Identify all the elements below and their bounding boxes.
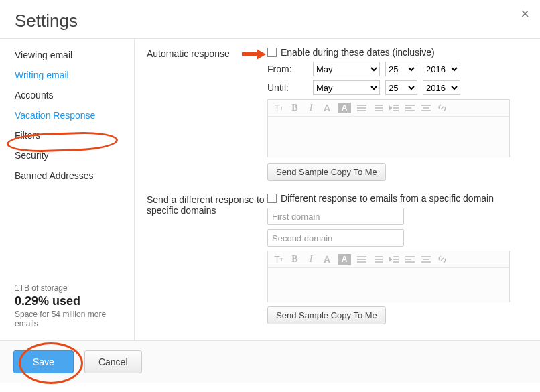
cancel-button[interactable]: Cancel	[84, 350, 142, 373]
until-year-select[interactable]: 2016	[423, 80, 460, 95]
section-label-auto: Automatic response	[147, 47, 267, 59]
message-editor: TT B I A A	[267, 99, 510, 157]
from-day-select[interactable]: 25	[385, 62, 417, 76]
save-button[interactable]: Save	[13, 350, 74, 373]
link-icon[interactable]	[437, 254, 448, 265]
enable-dates-checkbox[interactable]	[267, 48, 277, 57]
domain-response-checkbox[interactable]	[267, 194, 277, 203]
font-size-icon[interactable]: TT	[273, 254, 284, 265]
close-icon[interactable]: ×	[521, 5, 529, 23]
storage-info: 1TB of storage 0.29% used Space for 54 m…	[0, 283, 134, 334]
section-domain-response: Send a different response to specific do…	[147, 193, 528, 324]
storage-used: 0.29% used	[15, 294, 119, 308]
highlight-icon[interactable]: A	[338, 103, 351, 113]
dialog-title: Settings	[0, 0, 540, 38]
bold-icon[interactable]: B	[289, 254, 300, 265]
second-domain-input[interactable]	[267, 229, 404, 247]
text-color-icon[interactable]: A	[322, 254, 332, 265]
svg-marker-6	[389, 106, 392, 110]
align-left-icon[interactable]	[405, 254, 415, 265]
storage-capacity: 1TB of storage	[15, 283, 119, 293]
indent-icon[interactable]	[389, 254, 399, 265]
content-pane: Automatic response Enable during these d…	[135, 39, 540, 340]
domain-response-label: Different response to emails from a spec…	[281, 193, 494, 204]
until-label: Until:	[267, 82, 308, 93]
from-month-select[interactable]: May	[313, 62, 380, 76]
sidebar-item-writing-email[interactable]: Writing email	[0, 66, 134, 86]
link-icon[interactable]	[437, 103, 448, 113]
svg-marker-22	[389, 257, 392, 261]
number-list-icon[interactable]	[373, 254, 383, 265]
bullet-list-icon[interactable]	[356, 254, 367, 265]
align-center-icon[interactable]	[421, 254, 431, 265]
message-textarea[interactable]	[268, 117, 509, 157]
italic-icon[interactable]: I	[306, 103, 316, 113]
italic-icon[interactable]: I	[306, 254, 316, 265]
bullet-list-icon[interactable]	[356, 103, 367, 113]
sidebar-item-vacation-response[interactable]: Vacation Response	[0, 106, 134, 126]
from-year-select[interactable]: 2016	[423, 62, 460, 76]
storage-detail: Space for 54 million more emails	[15, 310, 119, 328]
sidebar-nav: Viewing email Writing email Accounts Vac…	[0, 46, 134, 283]
dialog-footer: Save Cancel	[0, 340, 540, 383]
bold-icon[interactable]: B	[289, 103, 300, 113]
sidebar-item-accounts[interactable]: Accounts	[0, 86, 134, 106]
settings-dialog: × Settings Viewing email Writing email A…	[0, 0, 540, 392]
send-sample-button[interactable]: Send Sample Copy To Me	[267, 163, 386, 181]
until-month-select[interactable]: May	[313, 80, 380, 95]
align-left-icon[interactable]	[405, 103, 415, 113]
first-domain-input[interactable]	[267, 208, 404, 225]
editor-toolbar: TT B I A A	[268, 100, 509, 117]
domain-message-textarea[interactable]	[268, 268, 509, 302]
sidebar-item-filters[interactable]: Filters	[0, 126, 134, 146]
sidebar-item-banned-addresses[interactable]: Banned Addresses	[0, 166, 134, 186]
domain-message-editor: TT B I A A	[267, 251, 510, 302]
section-label-domain: Send a different response to specific do…	[147, 193, 267, 216]
highlight-icon[interactable]: A	[338, 254, 351, 265]
from-label: From:	[267, 64, 308, 74]
text-color-icon[interactable]: A	[322, 103, 332, 113]
font-size-icon[interactable]: TT	[273, 103, 284, 113]
send-sample-domain-button[interactable]: Send Sample Copy To Me	[267, 306, 386, 324]
sidebar: Viewing email Writing email Accounts Vac…	[0, 39, 135, 340]
number-list-icon[interactable]	[373, 103, 383, 113]
until-day-select[interactable]: 25	[385, 80, 417, 95]
dialog-body: Viewing email Writing email Accounts Vac…	[0, 39, 540, 340]
sidebar-item-security[interactable]: Security	[0, 146, 134, 166]
domain-editor-toolbar: TT B I A A	[268, 251, 509, 268]
enable-dates-label: Enable during these dates (inclusive)	[281, 47, 435, 58]
sidebar-item-viewing-email[interactable]: Viewing email	[0, 46, 134, 66]
align-center-icon[interactable]	[421, 103, 431, 113]
section-automatic-response: Automatic response Enable during these d…	[147, 47, 528, 181]
indent-icon[interactable]	[389, 103, 399, 113]
